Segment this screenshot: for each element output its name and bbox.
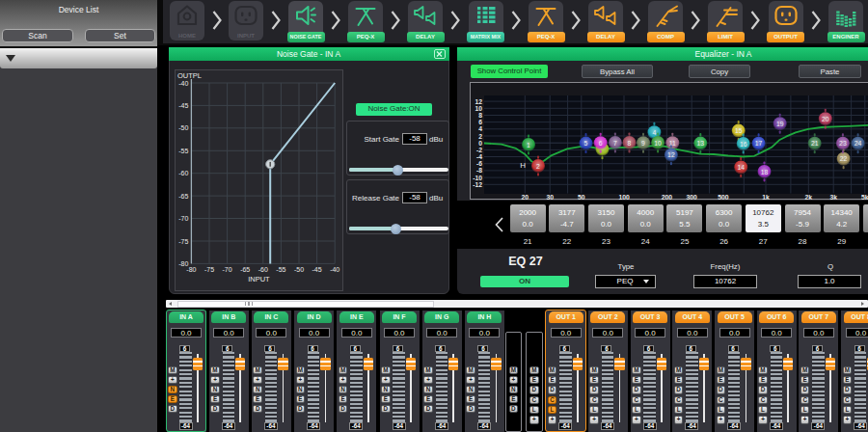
svg-text:17: 17 bbox=[755, 140, 763, 147]
svg-text:19: 19 bbox=[776, 121, 784, 127]
svg-text:7: 7 bbox=[613, 140, 617, 147]
svg-text:23: 23 bbox=[839, 140, 847, 147]
svg-text:-65: -65 bbox=[178, 193, 188, 200]
svg-text:-65: -65 bbox=[240, 266, 250, 273]
svg-text:11: 11 bbox=[669, 140, 676, 147]
svg-text:-50: -50 bbox=[178, 124, 188, 131]
svg-text:-75: -75 bbox=[204, 266, 214, 273]
svg-text:-45: -45 bbox=[312, 266, 322, 273]
svg-text:10: 10 bbox=[654, 140, 662, 147]
svg-text:-60: -60 bbox=[258, 266, 268, 273]
svg-text:14: 14 bbox=[737, 164, 745, 171]
svg-text:16: 16 bbox=[740, 141, 747, 148]
svg-text:22: 22 bbox=[840, 155, 848, 162]
svg-text:2: 2 bbox=[536, 163, 540, 170]
svg-text:-40: -40 bbox=[178, 80, 188, 87]
svg-text:-55: -55 bbox=[178, 148, 188, 154]
svg-text:8: 8 bbox=[628, 140, 632, 147]
svg-text:13: 13 bbox=[697, 140, 705, 147]
svg-text:20: 20 bbox=[822, 116, 829, 122]
svg-text:5: 5 bbox=[584, 140, 588, 147]
svg-text:-50: -50 bbox=[294, 266, 304, 273]
svg-text:15: 15 bbox=[735, 127, 743, 134]
svg-text:-60: -60 bbox=[178, 170, 188, 176]
svg-text:-80: -80 bbox=[186, 266, 196, 273]
svg-text:-55: -55 bbox=[276, 266, 285, 273]
svg-text:4: 4 bbox=[653, 129, 657, 136]
svg-text:-70: -70 bbox=[223, 266, 232, 273]
svg-text:24: 24 bbox=[854, 140, 862, 147]
svg-text:21: 21 bbox=[811, 140, 819, 147]
svg-text:INPUT: INPUT bbox=[248, 275, 270, 284]
svg-text:12: 12 bbox=[667, 151, 675, 158]
svg-text:9: 9 bbox=[641, 140, 645, 147]
svg-text:H: H bbox=[520, 161, 526, 170]
svg-text:6: 6 bbox=[599, 140, 603, 147]
svg-text:-45: -45 bbox=[178, 102, 188, 109]
svg-text:-40: -40 bbox=[330, 266, 339, 273]
svg-text:-70: -70 bbox=[178, 215, 188, 222]
svg-text:18: 18 bbox=[761, 169, 769, 176]
svg-text:-75: -75 bbox=[178, 238, 188, 245]
svg-text:1: 1 bbox=[527, 142, 530, 148]
